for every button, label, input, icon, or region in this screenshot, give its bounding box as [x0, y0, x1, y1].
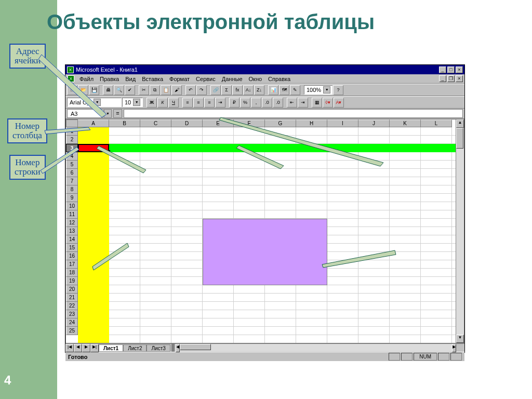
column-header[interactable]: K [390, 119, 421, 127]
spellcheck-button[interactable]: ✔ [125, 85, 135, 95]
row-header[interactable]: 8 [66, 185, 78, 194]
cell-grid[interactable] [78, 127, 456, 343]
column-header[interactable]: F [234, 119, 265, 127]
sheet-tab-3[interactable]: Лист3 [147, 344, 170, 352]
menu-file[interactable]: Файл [76, 76, 97, 82]
sheet-tab-1[interactable]: Лист1 [99, 344, 123, 352]
currency-button[interactable]: ₽ [229, 98, 240, 108]
chart-button[interactable]: 📊 [268, 85, 278, 95]
column-headers[interactable]: ABCDEFGHIJKL [78, 119, 456, 127]
format-painter-button[interactable]: 🖌 [171, 85, 182, 95]
row-header[interactable]: 25 [66, 327, 78, 335]
merge-center-button[interactable]: ⇥ [215, 98, 225, 108]
paste-button[interactable]: 📋 [161, 85, 171, 95]
doc-close-button[interactable]: × [456, 75, 463, 82]
increase-indent-button[interactable]: ⇥ [298, 98, 308, 108]
row-header[interactable]: 20 [66, 285, 78, 294]
tab-splitter[interactable] [171, 344, 175, 352]
scroll-up-button[interactable]: ▲ [456, 119, 464, 128]
row-header[interactable]: 23 [66, 310, 78, 318]
sheet-tab-2[interactable]: Лист2 [123, 344, 147, 352]
doc-restore-button[interactable]: ❐ [447, 75, 455, 82]
cut-button[interactable]: ✂ [139, 85, 149, 95]
fill-color-button[interactable]: ◊▾ [323, 98, 333, 108]
menu-data[interactable]: Данные [219, 76, 246, 82]
column-header[interactable]: B [109, 119, 140, 127]
decrease-indent-button[interactable]: ⇤ [287, 98, 297, 108]
tab-next-button[interactable]: ▶ [82, 344, 90, 352]
scroll-track[interactable] [456, 128, 464, 335]
open-button[interactable]: 📂 [78, 85, 88, 95]
row-header[interactable]: 17 [66, 260, 78, 269]
row-header[interactable]: 13 [66, 227, 78, 235]
hyperlink-button[interactable]: 🔗 [210, 85, 221, 95]
row-header[interactable]: 18 [66, 269, 78, 277]
name-box[interactable]: A3 [67, 109, 103, 118]
borders-button[interactable]: ▦ [312, 98, 322, 108]
menu-window[interactable]: Окно [246, 76, 265, 82]
row-header[interactable]: 1 [66, 127, 78, 136]
row-header[interactable]: 9 [66, 194, 78, 202]
row-header[interactable]: 2 [66, 136, 78, 144]
column-header[interactable]: L [421, 119, 452, 127]
row-header[interactable]: 12 [66, 219, 78, 227]
column-header[interactable]: I [327, 119, 358, 127]
percent-button[interactable]: % [240, 98, 250, 108]
menu-view[interactable]: Вид [122, 76, 139, 82]
active-cell[interactable] [78, 144, 109, 152]
row-header[interactable]: 15 [66, 244, 78, 252]
menu-insert[interactable]: Вставка [139, 76, 166, 82]
menu-help[interactable]: Справка [265, 76, 294, 82]
maximize-button[interactable]: □ [447, 66, 455, 73]
map-button[interactable]: 🗺 [279, 85, 289, 95]
row-header[interactable]: 19 [66, 277, 78, 285]
column-header[interactable]: H [296, 119, 327, 127]
row-header[interactable]: 22 [66, 302, 78, 310]
hscroll-thumb[interactable] [180, 344, 211, 350]
italic-button[interactable]: К [157, 98, 168, 108]
bold-button[interactable]: Ж [147, 98, 157, 108]
new-button[interactable]: □ [67, 85, 77, 95]
doc-minimize-button[interactable]: _ [439, 75, 446, 82]
scroll-right-button[interactable]: ▶ [452, 344, 456, 352]
menu-format[interactable]: Формат [166, 76, 193, 82]
tab-last-button[interactable]: ▶| [90, 344, 99, 352]
align-center-button[interactable]: ≡ [193, 98, 204, 108]
column-header[interactable]: J [358, 119, 390, 127]
scroll-thumb[interactable] [456, 128, 463, 149]
row-header[interactable]: 4 [66, 152, 78, 161]
drawing-button[interactable]: ✎ [290, 85, 300, 95]
increase-decimal-button[interactable]: .0 [262, 98, 272, 108]
tab-prev-button[interactable]: ◀ [74, 344, 82, 352]
row-header[interactable]: 6 [66, 169, 78, 177]
font-name-combo[interactable]: Arial Cyr▼ [67, 98, 122, 107]
minimize-button[interactable]: _ [439, 66, 446, 73]
align-left-button[interactable]: ≡ [182, 98, 193, 108]
sheet-main[interactable]: ABCDEFGHIJKL 123456789101112131415161718… [66, 119, 456, 343]
row-header[interactable]: 5 [66, 161, 78, 169]
font-size-combo[interactable]: 10▼ [122, 98, 143, 107]
column-header[interactable]: E [203, 119, 234, 127]
column-header[interactable]: A [78, 119, 109, 127]
save-button[interactable]: 💾 [89, 85, 99, 95]
row-header[interactable]: 24 [66, 318, 78, 327]
zoom-combo[interactable]: 100%▼ [304, 85, 332, 95]
row-header[interactable]: 7 [66, 177, 78, 185]
name-box-dropdown[interactable]: ▼ [104, 109, 112, 118]
underline-button[interactable]: Ч [168, 98, 179, 108]
sort-desc-button[interactable]: Z↓ [254, 85, 264, 95]
menubar[interactable]: X Файл Правка Вид Вставка Формат Сервис … [65, 74, 464, 84]
fill-handle[interactable] [108, 150, 110, 153]
align-right-button[interactable]: ≡ [204, 98, 215, 108]
copy-button[interactable]: ⧉ [150, 85, 160, 95]
row-header[interactable]: 10 [66, 202, 78, 210]
function-button[interactable]: fx [232, 85, 243, 95]
column-header[interactable]: C [140, 119, 171, 127]
comma-button[interactable]: , [251, 98, 261, 108]
help-button[interactable]: ? [333, 85, 343, 95]
undo-button[interactable]: ↶ [185, 85, 196, 95]
row-header[interactable]: 3 [66, 144, 78, 152]
menu-edit[interactable]: Правка [97, 76, 122, 82]
redo-button[interactable]: ↷ [196, 85, 207, 95]
close-button[interactable]: × [456, 66, 463, 73]
